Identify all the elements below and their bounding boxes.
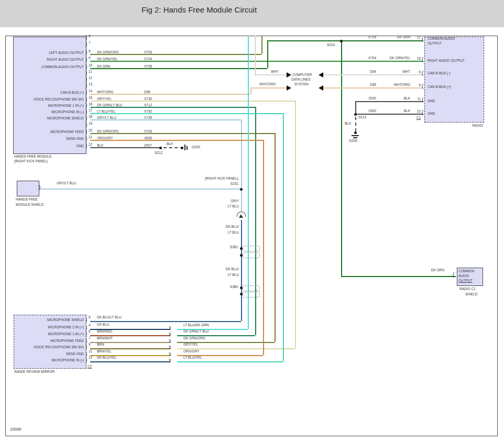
wire-label: D55: [144, 90, 150, 94]
wire-dk-grn-yel: [90, 61, 423, 62]
wire-label: DK BLU/LT BLU: [97, 315, 122, 319]
pin-arc: ): [85, 42, 87, 47]
pin-number: 10: [89, 63, 92, 67]
wire-label: LT BLU: [228, 230, 239, 234]
wire-label: (RIGHT KICK PANEL): [14, 159, 48, 163]
wire-label: ORG/GRY: [97, 136, 113, 140]
wire-wht-org: [90, 94, 250, 95]
wire-label: DK GRN/LT BLU: [97, 103, 123, 107]
wire-label: GND: [76, 144, 84, 148]
wire-label: DATA LINES: [291, 78, 311, 81]
inline-connector: )): [169, 326, 170, 330]
pin-number: 13: [89, 82, 92, 86]
wire-lt-blu-yel: [283, 113, 284, 361]
wire-label: LT BLU/YEL: [183, 356, 202, 359]
wire-gry-yel: [90, 101, 295, 102]
pin-arc: ): [85, 317, 87, 323]
wire-dk-grn-org: [275, 133, 276, 342]
wire-label: COMMON AUDIO: [428, 37, 455, 40]
wire-label: X704: [368, 56, 376, 60]
wire-label: Z907: [144, 143, 152, 147]
splice-dot-s213: [354, 113, 357, 116]
inline-connector: )): [169, 332, 170, 336]
wire-label: DK BLU: [97, 323, 109, 326]
pin-arc: ): [85, 64, 87, 70]
wire-label: X703: [144, 50, 152, 54]
wire-org-gry: [90, 140, 263, 141]
pin-arc: ): [85, 35, 87, 40]
pin-arc: (: [422, 84, 423, 89]
wire-org-gry: [263, 140, 264, 355]
wire-label: HANDS FREE MODULE: [14, 154, 52, 158]
wire-label: S213: [358, 115, 366, 119]
splice-dot-s224: [340, 40, 343, 42]
pin-number: 22: [89, 142, 92, 146]
wire-dk-grn: [90, 68, 267, 69]
pin-number: 17: [89, 108, 92, 112]
wire-gry-lt-blu: [90, 119, 241, 120]
splice-dashed-connector: [243, 292, 260, 297]
wire-label: X795: [368, 35, 376, 39]
pin-arc: ): [85, 97, 87, 102]
pin-number: 20: [89, 128, 92, 132]
wire-blk: [355, 114, 423, 115]
pin-arc: ): [85, 338, 87, 344]
wire-lt-blu-dk-grn: [248, 36, 249, 329]
wire-label: C1: [417, 116, 421, 119]
ground-dot-g200: [181, 147, 183, 149]
wire-dk-grn: [267, 40, 268, 68]
ground-symbol-bar: [187, 146, 188, 150]
pin-number: 15: [89, 96, 92, 100]
pin-arc: ): [85, 116, 87, 121]
wire-label: GND: [428, 99, 435, 103]
wire-label: LT BLU: [228, 204, 239, 208]
radio-block: [424, 37, 484, 123]
pin-arc: (: [422, 37, 423, 42]
pin-arc: ): [85, 129, 87, 135]
wire-label: CAN B BUS (+): [428, 85, 451, 89]
wire-label: MICROPHONE SHIELD: [47, 318, 84, 322]
ground-symbol-bar: [184, 145, 185, 150]
wire-blk: [355, 101, 356, 114]
pin-number: 11: [89, 70, 92, 73]
wire-label: X792: [144, 109, 152, 113]
wire-label: 6: [419, 70, 421, 74]
wire-label: SYSTEM: [294, 82, 309, 86]
wire-label: LT BLU/YEL: [97, 109, 116, 113]
wire-label: DK GRN/LT BLU: [183, 329, 209, 333]
wire-label: MICROPHONE IN (-): [52, 358, 84, 362]
pin-number: 14: [89, 89, 92, 93]
wire-label: VOICE RECOG/PHONE SW SIG: [34, 345, 84, 349]
flow-arrow: [319, 72, 323, 78]
wire-label: MICROPHONE SHIELD: [47, 116, 84, 120]
wire-label: LT BLU: [228, 273, 239, 277]
wire-dk-grn-lt-blu: [90, 107, 255, 108]
wire-gry-yel: [295, 101, 296, 348]
wire-label: BLK: [404, 96, 410, 100]
wire-label: X795: [144, 64, 152, 68]
ground-symbol-bar: [352, 135, 359, 136]
wire-label: MICROPHONE 1 IN (+): [48, 332, 84, 336]
wire-label: BRN/WHT: [97, 336, 113, 340]
pin-arc: (: [422, 97, 423, 103]
pin-number: 19: [89, 121, 92, 125]
wire-label: INSIDE REVIEW MIRROR: [14, 370, 54, 373]
pin-arc: ): [85, 50, 87, 56]
wire-lt-blu-yel: [177, 361, 283, 362]
splice-dashed-connector: [243, 246, 260, 251]
wire-label: DK GRN/ORG: [97, 50, 119, 54]
pin-arc: ): [85, 325, 87, 330]
inline-connector: )): [169, 352, 170, 356]
pin-number: 7: [89, 41, 91, 45]
pin-arc: ): [85, 83, 87, 89]
wire-dk-grn: [341, 276, 456, 277]
wire-label: OUTPUT: [458, 279, 473, 282]
pin-arc: (: [453, 272, 454, 278]
wire-label: RIGHT AUDIO OUTPUT: [428, 59, 465, 62]
wire-label: MODULE SHIELD: [16, 203, 43, 206]
ground-dot-g200: [354, 131, 357, 134]
wire-label: VOICE RECOG/PHONE SW SIG: [34, 97, 84, 101]
wire-label: CAN B BUS (+): [60, 91, 84, 94]
wire-label: BRN/RED: [97, 329, 112, 333]
inline-connector: )): [169, 339, 170, 343]
